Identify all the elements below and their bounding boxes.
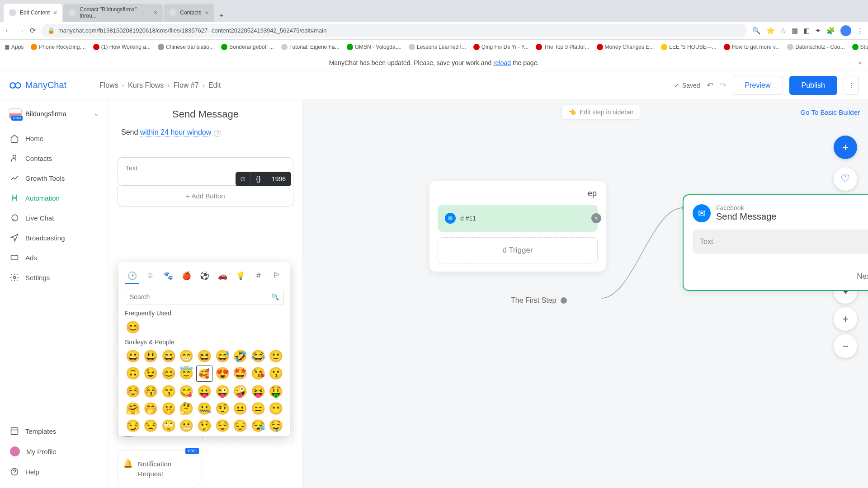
emoji[interactable]: 😑 [250, 401, 266, 416]
emoji[interactable]: 😒 [143, 418, 159, 433]
browser-tab[interactable]: Contact "Bildungsfirma" throu...× [63, 4, 163, 22]
emoji-search[interactable]: 🔍 [125, 289, 284, 305]
category-objects[interactable]: 💡 [233, 268, 248, 284]
bookmark-item[interactable]: Money Changes E... [597, 44, 654, 50]
emoji-button[interactable]: ☺ [236, 172, 251, 186]
emoji[interactable]: 😚 [143, 384, 159, 399]
emoji[interactable]: 🤔 [179, 401, 195, 416]
emoji[interactable]: 🤪 [232, 384, 248, 399]
emoji[interactable]: 🤗 [125, 401, 141, 416]
browser-tab-active[interactable]: Edit Content× [4, 4, 62, 22]
zoom-icon[interactable]: 🔍 [752, 27, 761, 35]
nav-contacts[interactable]: Contacts [0, 148, 108, 168]
bookmark-item[interactable]: (1) How Working a... [93, 44, 151, 50]
emoji[interactable]: 😍 [214, 366, 231, 382]
category-smileys[interactable]: ☺ [143, 268, 157, 284]
flow-canvas[interactable]: Edit step in sidebar Go To Basic Builder… [303, 99, 868, 488]
emoji[interactable]: 😅 [214, 348, 231, 364]
tab-close-icon[interactable]: × [53, 9, 57, 16]
emoji[interactable]: 🙂 [268, 348, 284, 364]
remove-trigger-icon[interactable]: × [591, 213, 601, 223]
bookmark-item[interactable]: The Top 3 Platfor... [536, 44, 590, 50]
reload-link[interactable]: reload [493, 59, 511, 66]
emoji[interactable]: 😪 [250, 418, 266, 433]
emoji[interactable]: 😉 [143, 366, 159, 382]
emoji[interactable]: 😗 [268, 366, 284, 382]
emoji[interactable]: 🙃 [125, 366, 141, 382]
nav-profile[interactable]: My Profile [0, 441, 108, 462]
nav-home[interactable]: Home [0, 128, 108, 148]
more-menu-button[interactable]: ⋮ [844, 76, 859, 95]
extension-icon[interactable]: ◧ [803, 27, 810, 35]
flow-node-starting-step[interactable]: ep ✉ d #11 × d Trigger [429, 181, 606, 272]
publish-button[interactable]: Publish [789, 76, 837, 95]
emoji[interactable]: 😃 [143, 348, 159, 364]
emoji[interactable]: 😝 [250, 384, 266, 399]
emoji[interactable]: 🤥 [196, 418, 212, 433]
emoji[interactable]: 🤤 [268, 418, 284, 433]
preview-button[interactable]: Preview [733, 76, 783, 95]
star-icon[interactable]: ☆ [780, 27, 786, 35]
category-food[interactable]: 🍎 [179, 268, 193, 284]
category-flags[interactable]: 🏳 [269, 268, 284, 284]
address-bar[interactable]: 🔒manychat.com/fb1981502081920618/cms/fil… [41, 24, 747, 38]
bookmark-item[interactable]: How to get more v... [724, 44, 780, 50]
undo-button[interactable]: ↶ [707, 80, 713, 90]
category-animals[interactable]: 🐾 [161, 268, 175, 284]
basic-builder-link[interactable]: Go To Basic Builder [801, 108, 860, 116]
puzzle-icon[interactable]: 🧩 [826, 27, 835, 35]
variable-button[interactable]: {} [251, 172, 266, 186]
emoji[interactable]: 🤫 [160, 401, 177, 416]
emoji[interactable]: 😬 [179, 418, 195, 433]
nav-help[interactable]: Help [0, 462, 108, 482]
emoji[interactable]: 😁 [179, 348, 195, 364]
crumb[interactable]: Kurs Flows [128, 81, 164, 89]
emoji[interactable]: 🥰 [196, 366, 212, 382]
back-button[interactable]: ← [5, 27, 12, 35]
forward-button[interactable]: → [17, 27, 24, 35]
bookmark-item[interactable]: Qing Fei De Yi - Y... [473, 44, 528, 50]
nav-broadcasting[interactable]: Broadcasting [0, 228, 108, 248]
trigger-pill[interactable]: ✉ d #11 × [438, 205, 598, 232]
text-message-block[interactable]: Text ☺ {} 1996 [118, 157, 293, 186]
emoji[interactable]: 🤨 [214, 401, 231, 416]
category-recent[interactable]: 🕑 [125, 268, 139, 284]
translate-icon[interactable]: ⭐ [766, 27, 775, 35]
nav-live-chat[interactable]: Live Chat [0, 208, 108, 228]
emoji[interactable]: 🤐 [196, 401, 212, 416]
bookmark-item[interactable]: Sonderangebot! ... [221, 44, 274, 50]
reload-button[interactable]: ⟳ [30, 26, 36, 35]
emoji[interactable]: 😏 [125, 418, 141, 433]
emoji[interactable]: 😄 [160, 348, 177, 364]
emoji[interactable]: 🤭 [143, 401, 159, 416]
emoji[interactable]: 😋 [179, 384, 195, 399]
bookmark-item[interactable]: GMSN - Vologda,... [347, 44, 401, 50]
emoji[interactable]: 😇 [179, 366, 195, 382]
bookmark-item[interactable]: Lessons Learned f... [409, 44, 466, 50]
extension-icon[interactable]: ✦ [815, 27, 821, 35]
add-trigger-button[interactable]: d Trigger [438, 237, 598, 263]
bookmark-item[interactable]: Chinese translatio... [158, 44, 214, 50]
nav-growth-tools[interactable]: Growth Tools [0, 168, 108, 188]
nav-settings[interactable]: Settings [0, 267, 108, 287]
workspace-selector[interactable]: PRO Bildungsfirma ⌄ [6, 106, 102, 121]
crumb[interactable]: Flows [99, 81, 118, 89]
emoji[interactable]: 😀 [125, 348, 141, 364]
emoji[interactable]: 😶 [268, 401, 284, 416]
category-travel[interactable]: 🚗 [215, 268, 230, 284]
bookmark-item[interactable]: Datenschutz - Coo... [787, 44, 844, 50]
crumb[interactable]: Flow #7 [174, 81, 199, 89]
tab-close-icon[interactable]: × [205, 9, 209, 16]
favorite-fab[interactable]: ♡ [834, 167, 857, 191]
emoji[interactable]: 😊 [160, 366, 177, 382]
flow-node-send-message[interactable]: ✉ Facebook Send Message Text Next Step [683, 194, 868, 291]
bookmark-item[interactable]: Tutorial: Eigene Fa... [281, 44, 340, 50]
zoom-out-button[interactable]: − [834, 334, 857, 358]
emoji[interactable]: 😌 [214, 418, 231, 433]
browser-tab[interactable]: Contacts× [164, 4, 214, 22]
category-symbols[interactable]: # [251, 268, 266, 284]
bookmark-item[interactable]: ▦Apps [5, 44, 24, 50]
banner-close-icon[interactable]: × [858, 59, 862, 66]
emoji[interactable]: 😆 [196, 348, 212, 364]
category-activity[interactable]: ⚽ [197, 268, 212, 284]
